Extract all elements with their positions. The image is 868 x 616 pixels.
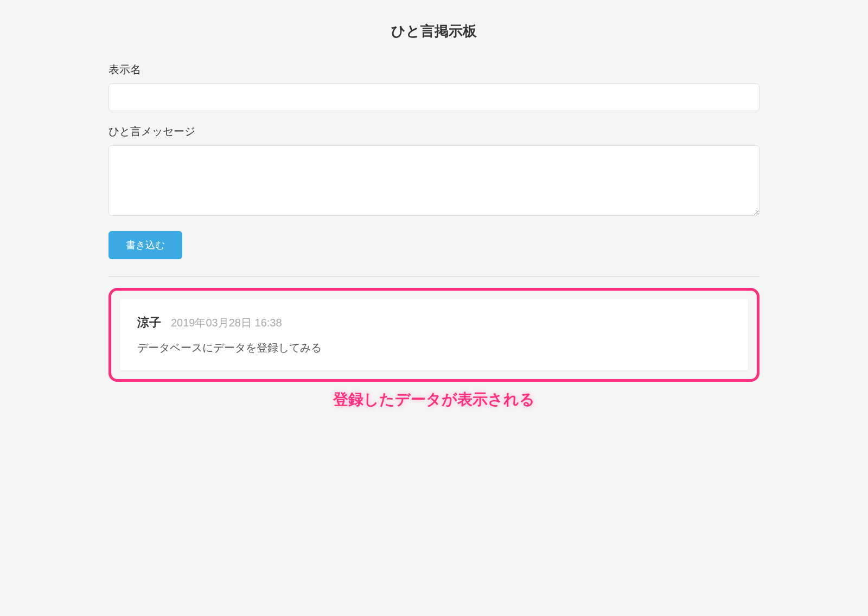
post-card: 涼子 2019年03月28日 16:38 データベースにデータを登録してみる bbox=[120, 299, 748, 370]
name-field-group: 表示名 bbox=[108, 62, 760, 111]
section-divider bbox=[108, 277, 760, 277]
message-textarea[interactable] bbox=[108, 145, 760, 216]
post-timestamp: 2019年03月28日 16:38 bbox=[171, 316, 282, 330]
name-input[interactable] bbox=[108, 84, 760, 111]
post-header: 涼子 2019年03月28日 16:38 bbox=[137, 315, 731, 331]
message-field-group: ひと言メッセージ bbox=[108, 124, 760, 218]
post-author: 涼子 bbox=[137, 315, 161, 331]
page-title: ひと言掲示板 bbox=[108, 22, 760, 41]
annotation-highlight-box: 涼子 2019年03月28日 16:38 データベースにデータを登録してみる bbox=[108, 288, 760, 382]
annotation-caption: 登録したデータが表示される bbox=[108, 389, 760, 410]
submit-button[interactable]: 書き込む bbox=[108, 231, 182, 259]
name-label: 表示名 bbox=[108, 62, 760, 77]
post-message: データベースにデータを登録してみる bbox=[137, 341, 731, 355]
message-label: ひと言メッセージ bbox=[108, 124, 760, 139]
